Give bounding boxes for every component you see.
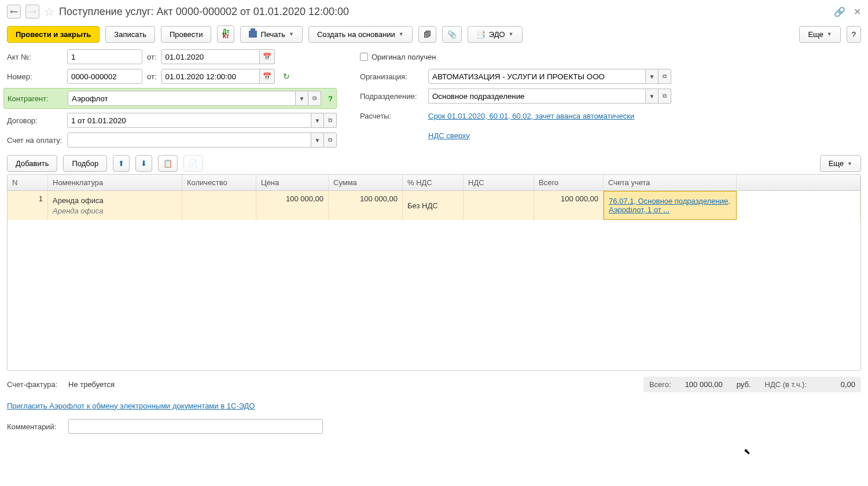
- subdivision-input[interactable]: [428, 89, 646, 104]
- dropdown-icon[interactable]: ▼: [311, 113, 324, 128]
- original-received-label: Оригинал получен: [372, 53, 436, 61]
- total-label: Всего:: [649, 380, 671, 389]
- nav-forward-button: 🡒: [25, 5, 39, 19]
- settlements-label: Расчеты:: [360, 112, 424, 120]
- act-no-label: Акт №:: [7, 53, 62, 61]
- cell-total: 100 000,00: [561, 194, 598, 203]
- open-icon[interactable]: ⧉: [324, 113, 337, 128]
- add-row-button[interactable]: Добавить: [7, 155, 57, 172]
- close-icon[interactable]: ✕: [854, 6, 861, 17]
- original-received-checkbox[interactable]: [360, 53, 368, 61]
- contract-input[interactable]: [67, 113, 311, 128]
- attachment-button[interactable]: 📎: [442, 26, 462, 43]
- post-and-close-button[interactable]: Провести и закрыть: [7, 26, 100, 43]
- act-date-input[interactable]: [161, 49, 260, 64]
- open-icon[interactable]: ⧉: [324, 132, 337, 148]
- number-label: Номер:: [7, 72, 62, 81]
- col-quantity-header[interactable]: Количество: [182, 175, 256, 190]
- vat-incl-label: НДС (в т.ч.):: [765, 380, 807, 389]
- col-total-header[interactable]: Всего: [534, 175, 604, 190]
- counterparty-label: Контрагент:: [8, 94, 63, 103]
- open-icon[interactable]: ⧉: [659, 89, 671, 104]
- open-icon[interactable]: ⧉: [308, 91, 321, 106]
- pick-button[interactable]: Подбор: [63, 155, 107, 172]
- col-sum-header[interactable]: Сумма: [329, 175, 403, 190]
- refresh-icon[interactable]: ↻: [283, 72, 290, 81]
- page-title: Поступление услуг: Акт 0000-000002 от 01…: [59, 6, 826, 18]
- table-row[interactable]: 1 Аренда офиса Аренда офиса 100 000,00 1…: [8, 191, 860, 220]
- table-more-label: Еще: [829, 159, 844, 168]
- organization-input[interactable]: [428, 69, 646, 84]
- col-vat-header[interactable]: НДС: [464, 175, 534, 190]
- link-icon[interactable]: 🔗: [834, 6, 845, 17]
- favorite-star-icon[interactable]: ☆: [44, 5, 54, 19]
- printer-icon: [249, 31, 257, 38]
- cell-vat[interactable]: [464, 191, 534, 220]
- subdivision-label: Подразделение:: [360, 92, 424, 101]
- comment-input[interactable]: [68, 419, 323, 434]
- toolbar-more-button[interactable]: Еще▼: [799, 26, 840, 43]
- from-label: от:: [147, 53, 157, 61]
- col-n-header[interactable]: N: [8, 175, 48, 190]
- cell-nomenclature: Аренда офиса: [53, 196, 177, 205]
- cell-price: 100 000,00: [286, 194, 323, 203]
- invoice-input[interactable]: [67, 132, 311, 148]
- save-button[interactable]: Записать: [105, 26, 155, 43]
- invoice-fact-label: Счет-фактура:: [7, 380, 62, 389]
- create-based-label: Создать на основании: [317, 30, 395, 39]
- number-input[interactable]: [67, 69, 142, 84]
- paste-button[interactable]: 📄: [183, 155, 203, 172]
- edo-invite-link[interactable]: Пригласить Аэрофлот к обмену электронным…: [7, 402, 255, 410]
- cell-nomenclature-sub: Аренда офиса: [53, 207, 177, 215]
- col-vat-percent-header[interactable]: % НДС: [403, 175, 464, 190]
- settlements-link[interactable]: Срок 01.01.2020, 60.01, 60.02, зачет ава…: [428, 112, 634, 120]
- print-button[interactable]: Печать▼: [240, 26, 303, 43]
- nav-back-button[interactable]: 🡐: [7, 5, 21, 19]
- col-nomenclature-header[interactable]: Номенклатура: [48, 175, 182, 190]
- calendar-icon[interactable]: 📅: [260, 49, 275, 64]
- toolbar-more-label: Еще: [808, 30, 823, 39]
- create-based-button[interactable]: Создать на основании▼: [308, 26, 413, 43]
- contract-label: Договор:: [7, 116, 62, 125]
- col-price-header[interactable]: Цена: [256, 175, 329, 190]
- act-no-input[interactable]: [67, 49, 142, 64]
- cell-sum: 100 000,00: [360, 194, 398, 203]
- print-label: Печать: [260, 30, 285, 39]
- invoice-fact-value: Не требуется: [68, 380, 115, 389]
- invoice-label: Счет на оплату:: [7, 136, 62, 145]
- dropdown-icon[interactable]: ▼: [311, 132, 324, 148]
- copy-button[interactable]: 📋: [158, 155, 178, 172]
- total-value: 100 000,00: [685, 380, 723, 389]
- counterparty-input[interactable]: [68, 91, 296, 106]
- move-down-button[interactable]: ⬇: [135, 155, 152, 172]
- number-date-input[interactable]: [161, 69, 260, 84]
- cell-accounts[interactable]: 76.07.1, Основное подразделение, Аэрофло…: [609, 197, 731, 214]
- vat-incl-value: 0,00: [821, 380, 855, 389]
- organization-label: Организация:: [360, 72, 424, 81]
- dtkt-button[interactable]: ДтКт: [217, 25, 234, 43]
- vat-link[interactable]: НДС сверху: [428, 131, 470, 140]
- currency-label: руб.: [737, 380, 751, 389]
- move-up-button[interactable]: ⬆: [113, 155, 130, 172]
- from-label-2: от:: [147, 72, 157, 81]
- cell-vat-percent: Без НДС: [407, 201, 458, 210]
- comment-label: Комментарий:: [7, 422, 62, 431]
- table-more-button[interactable]: Еще▼: [820, 155, 861, 172]
- cell-n: 1: [39, 194, 43, 203]
- dropdown-icon[interactable]: ▼: [646, 69, 659, 84]
- cell-quantity[interactable]: [182, 191, 256, 220]
- edo-button[interactable]: 📑 ЭДО▼: [468, 26, 523, 43]
- edo-label: ЭДО: [489, 30, 505, 39]
- related-docs-button[interactable]: 🗐: [418, 26, 436, 43]
- dropdown-icon[interactable]: ▼: [646, 89, 659, 104]
- col-accounts-header[interactable]: Счета учета: [604, 175, 737, 190]
- dropdown-icon[interactable]: ▼: [296, 91, 308, 106]
- help-icon[interactable]: ?: [328, 94, 333, 103]
- post-button[interactable]: Провести: [161, 26, 212, 43]
- open-icon[interactable]: ⧉: [659, 69, 671, 84]
- help-button[interactable]: ?: [847, 26, 861, 43]
- calendar-icon-2[interactable]: 📅: [260, 69, 275, 84]
